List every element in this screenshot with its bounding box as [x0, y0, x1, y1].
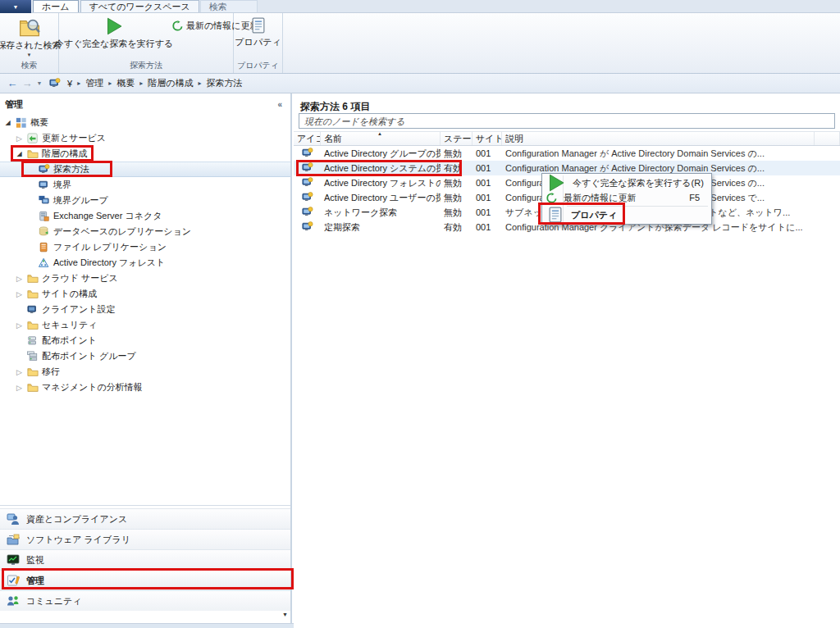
- row-icon-cell: [294, 146, 321, 161]
- tree-item-management-insights[interactable]: ▷マネジメントの分析情報: [0, 380, 290, 395]
- discovery-icon: [49, 78, 61, 89]
- expander-expanded-icon[interactable]: ◢: [15, 150, 24, 157]
- tree-item-security[interactable]: ▷セキュリティ: [0, 317, 290, 333]
- tree-item-distribution-points[interactable]: 配布ポイント: [0, 333, 290, 348]
- tree-item-site-configuration[interactable]: ▷サイトの構成: [0, 286, 290, 302]
- column-header-empty: [815, 132, 840, 145]
- tree-item-label: セキュリティ: [42, 319, 98, 331]
- column-header-0[interactable]: アイコン: [294, 132, 321, 145]
- expander-collapsed-icon[interactable]: ▷: [15, 368, 24, 376]
- file-replication-icon: [39, 242, 50, 253]
- client-settings-icon: [27, 304, 39, 316]
- menu-item-label: プロパティ: [571, 209, 705, 221]
- ribbon: 保存された検索 ▼ 検索 今すぐ完全な探索を実行する 最新の情報に更新 探索方法: [0, 13, 840, 74]
- menu-item-properties[interactable]: プロパティ: [544, 207, 710, 222]
- breadcrumb-segment[interactable]: ¥: [67, 79, 72, 89]
- breadcrumb-separator-icon: ▸: [139, 80, 143, 87]
- breadcrumb-segment[interactable]: 探索方法: [206, 77, 242, 89]
- menu-item-label: 最新の情報に更新: [564, 192, 682, 204]
- chevron-down-icon: ▼: [27, 52, 32, 57]
- community-icon: [7, 594, 20, 608]
- node-search-input[interactable]: [299, 113, 835, 129]
- menu-item-run-full-discovery-now[interactable]: 今すぐ完全な探索を実行する(R): [544, 175, 710, 190]
- tree-item-boundary-groups[interactable]: 境界グループ: [0, 193, 290, 208]
- row-description-cell: Configuration Manager が Active Directory…: [502, 146, 815, 161]
- saved-search-icon: [19, 16, 40, 38]
- tree-item-label: 階層の構成: [42, 148, 87, 160]
- run-full-discovery-button[interactable]: 今すぐ完全な探索を実行する: [62, 15, 166, 52]
- row-status-cell: 無効: [441, 205, 472, 220]
- tree-item-boundaries[interactable]: 境界: [0, 177, 290, 193]
- tab-search: 検索: [200, 0, 258, 12]
- forward-arrow-icon[interactable]: →: [20, 77, 34, 89]
- discovery-icon: [39, 164, 50, 175]
- column-header-3[interactable]: サイト: [472, 132, 502, 145]
- chevron-down-icon: ▼: [13, 4, 19, 10]
- ribbon-group-search-label: 検索: [0, 59, 58, 73]
- folder-icon: [27, 382, 39, 394]
- tree-item-distribution-point-groups[interactable]: 配布ポイント グループ: [0, 348, 290, 364]
- expander-collapsed-icon[interactable]: ▷: [15, 321, 24, 330]
- properties-icon: [546, 206, 564, 224]
- workspace-label: 監視: [26, 554, 44, 567]
- row-empty-cell: [815, 146, 840, 161]
- tree-item-hierarchy-configuration[interactable]: ◢階層の構成: [0, 146, 290, 162]
- row-icon-cell: [294, 205, 321, 220]
- tree-item-cloud-services[interactable]: ▷クラウド サービス: [0, 271, 290, 286]
- workspace-assets-and-compliance[interactable]: 資産とコンプライアンス: [0, 508, 290, 529]
- tree-item-updates-and-servicing[interactable]: ▷更新とサービス: [0, 130, 290, 146]
- menu-item-refresh[interactable]: 最新の情報に更新F5: [544, 190, 710, 205]
- sort-asc-icon: ▲: [377, 131, 382, 136]
- tab-all-workspaces[interactable]: すべてのワークスペース: [80, 0, 199, 12]
- tree-item-client-settings[interactable]: クライアント設定: [0, 302, 290, 317]
- configuration-manager-console: ▼ ホーム すべてのワークスペース 検索 保存された検索 ▼ 検索 今すぐ完全な…: [0, 0, 840, 628]
- workspace-label: コミュニティ: [26, 595, 82, 608]
- tab-home[interactable]: ホーム: [33, 0, 79, 12]
- saved-searches-button[interactable]: 保存された検索 ▼: [3, 15, 55, 59]
- tree-item-exchange-server-connector[interactable]: Exchange Server コネクタ: [0, 208, 290, 224]
- workspace-community[interactable]: コミュニティ: [0, 590, 290, 611]
- play-icon: [104, 16, 124, 36]
- run-full-discovery-label: 今すぐ完全な探索を実行する: [55, 38, 174, 50]
- tab-search-label: 検索: [209, 1, 227, 13]
- tree-item-discovery-methods[interactable]: 探索方法: [0, 162, 290, 177]
- tree-item-file-replication[interactable]: ファイル レプリケーション: [0, 239, 290, 255]
- boundary-group-icon: [39, 195, 50, 207]
- workspace-overflow-chevron-icon[interactable]: ▼: [282, 612, 288, 617]
- workspace-monitoring[interactable]: 監視: [0, 549, 290, 570]
- expander-collapsed-icon[interactable]: ▷: [15, 275, 24, 283]
- row-site-cell: 001: [472, 175, 502, 190]
- properties-button[interactable]: プロパティ: [237, 15, 279, 50]
- collapse-pane-icon[interactable]: «: [277, 100, 282, 109]
- tree-item-label: Active Directory フォレスト: [53, 257, 165, 269]
- workspace-administration[interactable]: 管理: [0, 570, 290, 590]
- column-header-2[interactable]: ステータス: [441, 132, 472, 145]
- breadcrumb-segment[interactable]: 概要: [116, 77, 135, 89]
- administration-tree: ◢概要▷更新とサービス◢階層の構成探索方法境界境界グループExchange Se…: [0, 115, 290, 502]
- history-chevron-down-icon[interactable]: ▼: [34, 80, 44, 86]
- breadcrumb-segment[interactable]: 管理: [85, 77, 103, 89]
- tree-item-database-replication[interactable]: データベースのレプリケーション: [0, 224, 290, 239]
- folder-icon: [27, 366, 39, 378]
- table-row-ad-group-discovery[interactable]: Active Directory グループの探索無効001Configurati…: [294, 146, 840, 161]
- menu-separator: [567, 206, 708, 207]
- tree-item-migration[interactable]: ▷移行: [0, 364, 290, 380]
- breadcrumb-segment[interactable]: 階層の構成: [148, 77, 193, 89]
- tree-item-overview[interactable]: ◢概要: [0, 115, 290, 130]
- expander-collapsed-icon[interactable]: ▷: [15, 134, 24, 143]
- tree-item-active-directory-forests[interactable]: Active Directory フォレスト: [0, 255, 290, 271]
- expander-collapsed-icon[interactable]: ▷: [15, 290, 24, 298]
- row-empty-cell: [815, 175, 840, 190]
- back-arrow-icon[interactable]: ←: [5, 77, 20, 89]
- discovery-icon: [302, 192, 313, 203]
- tree-item-label: 配布ポイント グループ: [42, 350, 136, 362]
- row-name-cell: Active Directory フォレストの探索: [321, 175, 441, 190]
- refresh-icon: [172, 20, 183, 31]
- row-status-cell: 無効: [441, 146, 472, 161]
- database-icon: [39, 226, 50, 238]
- column-header-4[interactable]: 説明: [502, 132, 815, 145]
- workspace-software-library[interactable]: ソフトウェア ライブラリ: [0, 529, 290, 549]
- application-menu-button[interactable]: ▼: [0, 0, 31, 13]
- expander-collapsed-icon[interactable]: ▷: [15, 384, 24, 392]
- expander-expanded-icon[interactable]: ◢: [3, 119, 12, 126]
